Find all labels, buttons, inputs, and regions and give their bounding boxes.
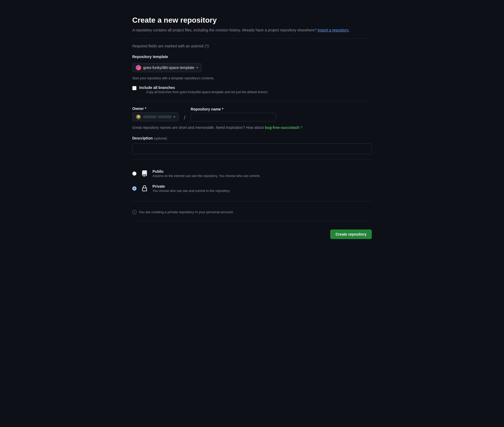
owner-avatar: 😀 xyxy=(136,114,141,120)
private-option: Private You choose who can see and commi… xyxy=(132,181,372,196)
repo-name-input[interactable] xyxy=(191,113,276,121)
repo-name-label: Repository name * xyxy=(191,107,372,111)
required-note: Required fields are marked with an aster… xyxy=(132,44,372,48)
private-desc: You choose who can see and commit to thi… xyxy=(152,189,230,193)
template-hint: Start your repository with a template re… xyxy=(132,76,372,80)
include-branches-row: Include all branches Copy all branches f… xyxy=(132,85,372,94)
template-dropdown[interactable]: goes-funky/dbt-space-template ▾ xyxy=(132,63,201,72)
owner-chevron-icon: ▾ xyxy=(173,115,175,119)
include-branches-label[interactable]: Include all branches xyxy=(139,85,175,90)
repo-name-section: Repository name * xyxy=(191,107,372,121)
header-divider xyxy=(132,38,372,39)
private-notice: i You are creating a private repository … xyxy=(132,207,372,215)
chevron-down-icon: ▾ xyxy=(196,66,198,69)
template-icon xyxy=(136,65,141,70)
template-divider xyxy=(132,101,372,101)
public-info: Public Anyone on the internet can see th… xyxy=(152,169,260,178)
create-repo-row: Create repository xyxy=(132,229,372,239)
footer-divider xyxy=(132,221,372,221)
private-label: Private xyxy=(152,184,230,188)
main-container: Create a new repository A repository con… xyxy=(132,16,372,411)
private-notice-text: You are creating a private repository in… xyxy=(139,210,234,214)
owner-repo-row: Owner * 😀 ▾ / Repository name * xyxy=(132,106,372,121)
owner-label: Owner * xyxy=(132,106,179,111)
suggestion-text: Great repository names are short and mem… xyxy=(132,125,372,130)
page-title: Create a new repository xyxy=(132,16,372,24)
public-label: Public xyxy=(152,169,260,174)
owner-section: Owner * 😀 ▾ xyxy=(132,106,179,121)
private-radio[interactable] xyxy=(132,186,137,191)
suggested-repo-name: bug-free-succotash xyxy=(265,125,299,130)
public-repo-icon xyxy=(140,169,149,178)
description-section: Description (optional) xyxy=(132,136,372,154)
slash-separator: / xyxy=(183,115,187,121)
owner-text-block xyxy=(143,116,171,118)
template-selected-name: goes-funky/dbt-space-template xyxy=(143,65,194,70)
description-divider xyxy=(132,159,372,160)
info-icon: i xyxy=(132,210,137,214)
public-radio[interactable] xyxy=(132,171,137,176)
template-label: Repository template xyxy=(132,55,372,59)
private-repo-icon xyxy=(140,184,149,193)
template-section: Repository template goes-funky/dbt-space… xyxy=(132,55,372,96)
include-branches-description: Copy all branches from goes-funky/dbt-sp… xyxy=(146,90,268,94)
public-option: Public Anyone on the internet can see th… xyxy=(132,166,372,181)
owner-text-bar-2 xyxy=(158,116,171,118)
owner-dropdown[interactable]: 😀 ▾ xyxy=(132,112,179,121)
public-desc: Anyone on the internet can see this repo… xyxy=(152,174,260,178)
import-link[interactable]: Import a repository. xyxy=(317,28,349,32)
include-branches-checkbox[interactable] xyxy=(132,86,137,90)
page-subtitle: A repository contains all project files,… xyxy=(132,27,372,33)
visibility-divider xyxy=(132,201,372,202)
visibility-section: Public Anyone on the internet can see th… xyxy=(132,166,372,196)
owner-text-bar-1 xyxy=(143,116,156,118)
description-input[interactable] xyxy=(132,143,372,154)
private-info: Private You choose who can see and commi… xyxy=(152,184,230,193)
description-label: Description (optional) xyxy=(132,136,372,140)
create-repository-button[interactable]: Create repository xyxy=(330,229,372,239)
